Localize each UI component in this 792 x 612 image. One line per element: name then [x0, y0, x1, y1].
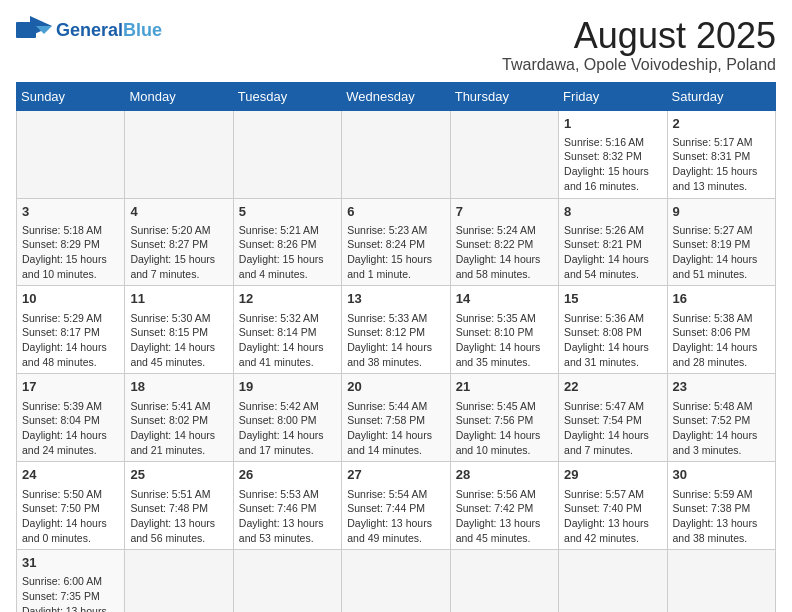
sunset-text: Sunset: 7:58 PM: [347, 413, 444, 428]
daylight-text: Daylight: 13 hours and 42 minutes.: [564, 516, 661, 545]
sunrise-text: Sunrise: 5:23 AM: [347, 223, 444, 238]
sunset-text: Sunset: 7:46 PM: [239, 501, 336, 516]
day-number: 21: [456, 378, 553, 396]
daylight-text: Daylight: 15 hours and 10 minutes.: [22, 252, 119, 281]
sunrise-text: Sunrise: 5:33 AM: [347, 311, 444, 326]
calendar-week-5: 24Sunrise: 5:50 AMSunset: 7:50 PMDayligh…: [17, 462, 776, 550]
day-number: 9: [673, 203, 770, 221]
sunrise-text: Sunrise: 5:17 AM: [673, 135, 770, 150]
day-number: 1: [564, 115, 661, 133]
daylight-text: Daylight: 14 hours and 28 minutes.: [673, 340, 770, 369]
daylight-text: Daylight: 14 hours and 35 minutes.: [456, 340, 553, 369]
calendar-cell: 23Sunrise: 5:48 AMSunset: 7:52 PMDayligh…: [667, 374, 775, 462]
logo-svg: [16, 16, 52, 44]
calendar-cell: 8Sunrise: 5:26 AMSunset: 8:21 PMDaylight…: [559, 198, 667, 286]
sunrise-text: Sunrise: 5:18 AM: [22, 223, 119, 238]
calendar-cell: 10Sunrise: 5:29 AMSunset: 8:17 PMDayligh…: [17, 286, 125, 374]
day-number: 11: [130, 290, 227, 308]
sunset-text: Sunset: 7:54 PM: [564, 413, 661, 428]
sunrise-text: Sunrise: 5:21 AM: [239, 223, 336, 238]
day-number: 30: [673, 466, 770, 484]
calendar-cell: 31Sunrise: 6:00 AMSunset: 7:35 PMDayligh…: [17, 550, 125, 612]
day-number: 26: [239, 466, 336, 484]
daylight-text: Daylight: 13 hours and 38 minutes.: [673, 516, 770, 545]
sunset-text: Sunset: 8:14 PM: [239, 325, 336, 340]
day-number: 29: [564, 466, 661, 484]
calendar-cell: 7Sunrise: 5:24 AMSunset: 8:22 PMDaylight…: [450, 198, 558, 286]
sunset-text: Sunset: 7:44 PM: [347, 501, 444, 516]
day-number: 15: [564, 290, 661, 308]
sunrise-text: Sunrise: 5:51 AM: [130, 487, 227, 502]
sunset-text: Sunset: 8:15 PM: [130, 325, 227, 340]
day-number: 2: [673, 115, 770, 133]
calendar-cell: 26Sunrise: 5:53 AMSunset: 7:46 PMDayligh…: [233, 462, 341, 550]
sunrise-text: Sunrise: 5:57 AM: [564, 487, 661, 502]
logo-text: GeneralBlue: [56, 20, 162, 41]
sunset-text: Sunset: 8:00 PM: [239, 413, 336, 428]
daylight-text: Daylight: 15 hours and 13 minutes.: [673, 164, 770, 193]
sunset-text: Sunset: 7:42 PM: [456, 501, 553, 516]
sunrise-text: Sunrise: 5:48 AM: [673, 399, 770, 414]
sunset-text: Sunset: 7:48 PM: [130, 501, 227, 516]
day-number: 4: [130, 203, 227, 221]
daylight-text: Daylight: 14 hours and 45 minutes.: [130, 340, 227, 369]
calendar-cell: 24Sunrise: 5:50 AMSunset: 7:50 PMDayligh…: [17, 462, 125, 550]
day-number: 6: [347, 203, 444, 221]
calendar-cell: 2Sunrise: 5:17 AMSunset: 8:31 PMDaylight…: [667, 110, 775, 198]
sunrise-text: Sunrise: 5:41 AM: [130, 399, 227, 414]
sunset-text: Sunset: 8:26 PM: [239, 237, 336, 252]
calendar-cell: [342, 550, 450, 612]
calendar-cell: 13Sunrise: 5:33 AMSunset: 8:12 PMDayligh…: [342, 286, 450, 374]
sunset-text: Sunset: 8:21 PM: [564, 237, 661, 252]
calendar-cell: 12Sunrise: 5:32 AMSunset: 8:14 PMDayligh…: [233, 286, 341, 374]
sunset-text: Sunset: 8:04 PM: [22, 413, 119, 428]
calendar-week-1: 1Sunrise: 5:16 AMSunset: 8:32 PMDaylight…: [17, 110, 776, 198]
sunrise-text: Sunrise: 5:29 AM: [22, 311, 119, 326]
daylight-text: Daylight: 13 hours and 53 minutes.: [239, 516, 336, 545]
calendar-cell: 29Sunrise: 5:57 AMSunset: 7:40 PMDayligh…: [559, 462, 667, 550]
calendar-cell: 5Sunrise: 5:21 AMSunset: 8:26 PMDaylight…: [233, 198, 341, 286]
calendar-cell: 30Sunrise: 5:59 AMSunset: 7:38 PMDayligh…: [667, 462, 775, 550]
calendar-cell: 21Sunrise: 5:45 AMSunset: 7:56 PMDayligh…: [450, 374, 558, 462]
sunset-text: Sunset: 8:19 PM: [673, 237, 770, 252]
sunrise-text: Sunrise: 5:38 AM: [673, 311, 770, 326]
sunrise-text: Sunrise: 5:56 AM: [456, 487, 553, 502]
sunrise-text: Sunrise: 5:26 AM: [564, 223, 661, 238]
daylight-text: Daylight: 15 hours and 16 minutes.: [564, 164, 661, 193]
calendar-cell: 22Sunrise: 5:47 AMSunset: 7:54 PMDayligh…: [559, 374, 667, 462]
calendar-cell: 19Sunrise: 5:42 AMSunset: 8:00 PMDayligh…: [233, 374, 341, 462]
calendar-cell: [233, 110, 341, 198]
daylight-text: Daylight: 13 hours and 35 minutes.: [22, 604, 119, 612]
day-number: 24: [22, 466, 119, 484]
sunset-text: Sunset: 8:10 PM: [456, 325, 553, 340]
daylight-text: Daylight: 14 hours and 0 minutes.: [22, 516, 119, 545]
daylight-text: Daylight: 15 hours and 1 minute.: [347, 252, 444, 281]
calendar-cell: 25Sunrise: 5:51 AMSunset: 7:48 PMDayligh…: [125, 462, 233, 550]
sunrise-text: Sunrise: 5:27 AM: [673, 223, 770, 238]
sunset-text: Sunset: 8:32 PM: [564, 149, 661, 164]
day-header-monday: Monday: [125, 82, 233, 110]
calendar-cell: 3Sunrise: 5:18 AMSunset: 8:29 PMDaylight…: [17, 198, 125, 286]
day-header-friday: Friday: [559, 82, 667, 110]
daylight-text: Daylight: 14 hours and 38 minutes.: [347, 340, 444, 369]
sunset-text: Sunset: 8:12 PM: [347, 325, 444, 340]
daylight-text: Daylight: 13 hours and 49 minutes.: [347, 516, 444, 545]
day-number: 23: [673, 378, 770, 396]
title-area: August 2025 Twardawa, Opole Voivodeship,…: [502, 16, 776, 74]
daylight-text: Daylight: 14 hours and 3 minutes.: [673, 428, 770, 457]
calendar-table: SundayMondayTuesdayWednesdayThursdayFrid…: [16, 82, 776, 612]
sunrise-text: Sunrise: 5:53 AM: [239, 487, 336, 502]
day-number: 7: [456, 203, 553, 221]
daylight-text: Daylight: 14 hours and 54 minutes.: [564, 252, 661, 281]
day-header-tuesday: Tuesday: [233, 82, 341, 110]
sunrise-text: Sunrise: 5:44 AM: [347, 399, 444, 414]
sunrise-text: Sunrise: 5:45 AM: [456, 399, 553, 414]
sunrise-text: Sunrise: 5:47 AM: [564, 399, 661, 414]
day-header-wednesday: Wednesday: [342, 82, 450, 110]
day-number: 8: [564, 203, 661, 221]
sunset-text: Sunset: 8:22 PM: [456, 237, 553, 252]
calendar-header-row: SundayMondayTuesdayWednesdayThursdayFrid…: [17, 82, 776, 110]
calendar-cell: [125, 550, 233, 612]
calendar-week-2: 3Sunrise: 5:18 AMSunset: 8:29 PMDaylight…: [17, 198, 776, 286]
day-number: 16: [673, 290, 770, 308]
